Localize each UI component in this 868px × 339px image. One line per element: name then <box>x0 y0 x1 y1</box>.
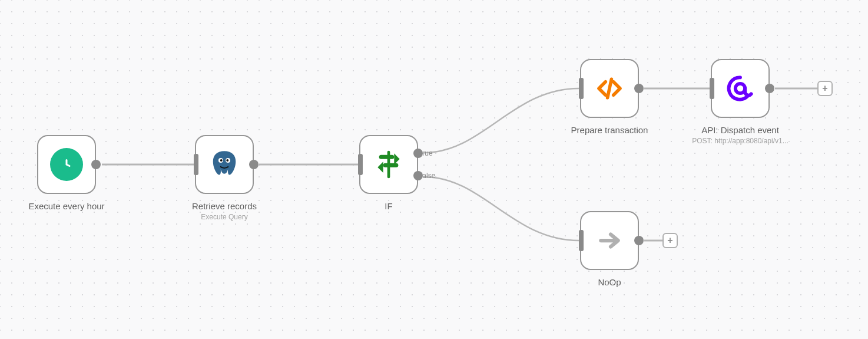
node-subtitle: POST: http://app:8080/api/v1... <box>675 137 805 145</box>
if-icon <box>372 148 405 181</box>
svg-rect-10 <box>387 151 390 179</box>
clock-icon <box>50 148 83 181</box>
port-label-true: true <box>420 149 433 157</box>
node-noop[interactable]: NoOp <box>580 211 639 270</box>
plus-icon: + <box>822 83 827 94</box>
node-title: Prepare transaction <box>545 125 674 136</box>
node-schedule-trigger[interactable]: Execute every hour <box>37 135 96 194</box>
at-sign-icon <box>724 72 757 105</box>
add-node-button[interactable]: + <box>817 81 833 96</box>
node-title: Retrieve records <box>160 201 289 212</box>
postgres-icon <box>208 148 241 181</box>
node-title: Execute every hour <box>2 201 131 212</box>
node-postgres[interactable]: Retrieve records Execute Query <box>195 135 254 194</box>
svg-point-5 <box>226 159 228 162</box>
svg-rect-6 <box>379 155 395 159</box>
code-icon <box>594 73 625 104</box>
node-title: IF <box>324 201 453 212</box>
input-port[interactable] <box>579 78 584 99</box>
output-port[interactable] <box>249 160 259 169</box>
output-port-true[interactable]: true <box>413 149 423 158</box>
edges-layer <box>0 0 868 339</box>
node-http-request[interactable]: API: Dispatch event POST: http://app:808… <box>711 59 770 118</box>
output-port[interactable] <box>91 160 101 169</box>
node-title: NoOp <box>545 277 674 288</box>
add-node-button[interactable]: + <box>662 233 678 248</box>
svg-rect-8 <box>383 163 399 167</box>
output-port[interactable] <box>634 84 644 93</box>
svg-marker-7 <box>394 153 399 164</box>
plus-icon: + <box>667 235 672 246</box>
output-port-false[interactable]: false <box>413 171 423 180</box>
node-subtitle: Execute Query <box>160 213 289 221</box>
svg-marker-9 <box>377 162 383 173</box>
output-port[interactable] <box>765 84 774 93</box>
node-if[interactable]: true false IF <box>359 135 418 194</box>
arrow-right-icon <box>595 226 624 255</box>
input-port[interactable] <box>194 154 198 175</box>
node-title: API: Dispatch event <box>675 125 805 136</box>
node-function[interactable]: Prepare transaction <box>580 59 639 118</box>
workflow-canvas[interactable]: Execute every hour Retrieve records Exec… <box>0 0 868 339</box>
input-port[interactable] <box>579 230 584 251</box>
port-label-false: false <box>420 172 435 180</box>
input-port[interactable] <box>358 154 363 175</box>
svg-point-3 <box>220 159 223 162</box>
output-port[interactable] <box>634 236 644 245</box>
input-port[interactable] <box>710 78 714 99</box>
